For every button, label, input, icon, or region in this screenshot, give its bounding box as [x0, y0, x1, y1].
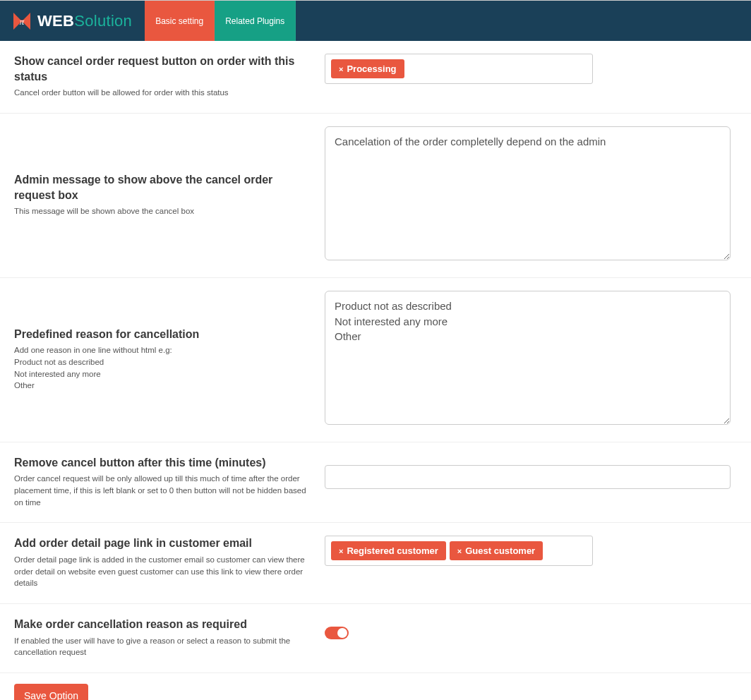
tag-guest-customer[interactable]: × Guest customer: [450, 541, 543, 560]
status-title: Show cancel order request button on orde…: [14, 54, 307, 84]
tag-processing[interactable]: × Processing: [331, 59, 404, 78]
top-bar: π WEBSolution Basic setting Related Plug…: [0, 0, 751, 41]
toggle-knob: [337, 628, 347, 638]
section-show-status: Show cancel order request button on orde…: [0, 41, 751, 114]
close-icon[interactable]: ×: [457, 547, 462, 555]
section-admin-message: Admin message to show above the cancel o…: [0, 114, 751, 278]
status-tag-input[interactable]: × Processing: [325, 54, 593, 84]
section-email-link: Add order detail page link in customer e…: [0, 523, 751, 604]
reasons-textarea[interactable]: [325, 291, 731, 425]
required-desc: If enabled the user will have to give a …: [14, 635, 307, 658]
save-button[interactable]: Save Option: [14, 684, 88, 700]
reasons-desc: Add one reason in one line without html …: [14, 344, 307, 392]
tab-related-plugins[interactable]: Related Plugins: [215, 1, 296, 41]
remove-time-desc: Order cancel request will be only allowe…: [14, 473, 307, 508]
tab-basic-setting[interactable]: Basic setting: [145, 1, 215, 41]
content: Show cancel order request button on orde…: [0, 41, 751, 700]
section-remove-time: Remove cancel button after this time (mi…: [0, 442, 751, 524]
tag-registered-customer[interactable]: × Registered customer: [331, 541, 446, 560]
close-icon[interactable]: ×: [339, 65, 343, 73]
email-link-title: Add order detail page link in customer e…: [14, 536, 307, 551]
email-link-desc: Order detail page link is added in the c…: [14, 554, 307, 589]
status-desc: Cancel order button will be allowed for …: [14, 87, 307, 99]
required-title: Make order cancellation reason as requir…: [14, 617, 307, 632]
remove-time-title: Remove cancel button after this time (mi…: [14, 455, 307, 471]
admin-msg-desc: This message will be shown above the can…: [14, 205, 307, 217]
logo: π WEBSolution: [0, 1, 145, 41]
svg-text:π: π: [20, 16, 25, 27]
close-icon[interactable]: ×: [339, 547, 343, 555]
admin-message-textarea[interactable]: [325, 126, 731, 260]
email-link-tag-input[interactable]: × Registered customer × Guest customer: [325, 536, 593, 566]
save-row: Save Option: [0, 673, 751, 700]
admin-msg-title: Admin message to show above the cancel o…: [14, 172, 307, 203]
logo-icon: π: [11, 10, 33, 32]
section-required: Make order cancellation reason as requir…: [0, 604, 751, 673]
remove-time-input[interactable]: [325, 465, 731, 489]
logo-text: WEBSolution: [37, 12, 132, 30]
required-toggle[interactable]: [325, 627, 349, 639]
reasons-title: Predefined reason for cancellation: [14, 327, 307, 342]
section-predefined-reasons: Predefined reason for cancellation Add o…: [0, 278, 751, 442]
